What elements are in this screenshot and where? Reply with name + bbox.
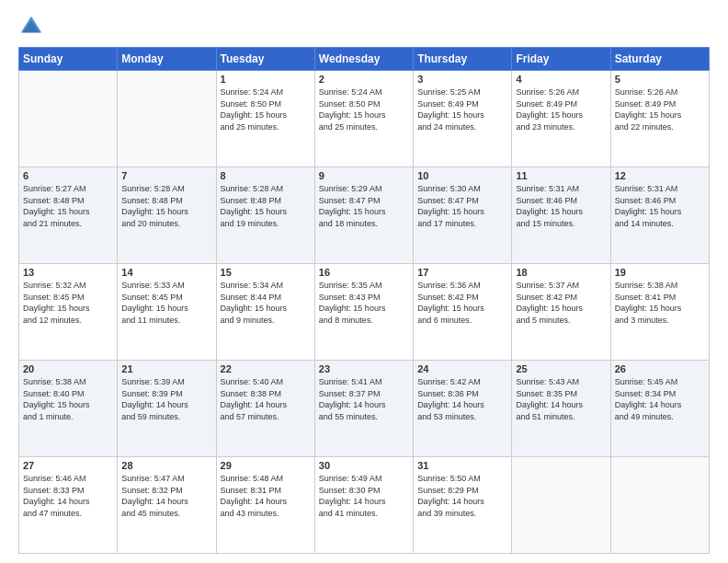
calendar-week-row: 20Sunrise: 5:38 AM Sunset: 8:40 PM Dayli… <box>19 361 710 457</box>
calendar-day-cell: 10Sunrise: 5:30 AM Sunset: 8:47 PM Dayli… <box>414 167 512 264</box>
calendar-day-cell: 28Sunrise: 5:47 AM Sunset: 8:32 PM Dayli… <box>118 457 216 554</box>
calendar-day-cell: 20Sunrise: 5:38 AM Sunset: 8:40 PM Dayli… <box>19 361 118 457</box>
day-info: Sunrise: 5:31 AM Sunset: 8:46 PM Dayligh… <box>516 183 606 229</box>
calendar-day-cell: 8Sunrise: 5:28 AM Sunset: 8:48 PM Daylig… <box>216 167 314 264</box>
day-info: Sunrise: 5:46 AM Sunset: 8:33 PM Dayligh… <box>23 473 113 519</box>
day-number: 13 <box>23 267 113 278</box>
calendar-day-cell <box>512 457 610 554</box>
day-number: 19 <box>615 267 705 278</box>
day-number: 11 <box>516 170 606 181</box>
day-number: 14 <box>121 267 211 278</box>
logo <box>18 14 48 40</box>
day-info: Sunrise: 5:24 AM Sunset: 8:50 PM Dayligh… <box>319 86 409 132</box>
day-info: Sunrise: 5:39 AM Sunset: 8:39 PM Dayligh… <box>121 376 211 422</box>
weekday-header: Sunday <box>19 48 118 71</box>
day-number: 7 <box>121 170 211 181</box>
calendar-day-cell: 19Sunrise: 5:38 AM Sunset: 8:41 PM Dayli… <box>610 264 709 361</box>
day-info: Sunrise: 5:45 AM Sunset: 8:34 PM Dayligh… <box>615 376 705 422</box>
day-number: 27 <box>23 460 113 471</box>
day-number: 17 <box>417 267 507 278</box>
day-info: Sunrise: 5:25 AM Sunset: 8:49 PM Dayligh… <box>417 86 507 132</box>
calendar-day-cell: 29Sunrise: 5:48 AM Sunset: 8:31 PM Dayli… <box>216 457 314 554</box>
day-number: 22 <box>221 363 311 374</box>
day-info: Sunrise: 5:28 AM Sunset: 8:48 PM Dayligh… <box>121 183 211 229</box>
day-info: Sunrise: 5:27 AM Sunset: 8:48 PM Dayligh… <box>23 183 113 229</box>
day-info: Sunrise: 5:31 AM Sunset: 8:46 PM Dayligh… <box>615 183 705 229</box>
day-info: Sunrise: 5:50 AM Sunset: 8:29 PM Dayligh… <box>417 473 507 519</box>
day-info: Sunrise: 5:48 AM Sunset: 8:31 PM Dayligh… <box>221 473 311 519</box>
calendar-day-cell: 7Sunrise: 5:28 AM Sunset: 8:48 PM Daylig… <box>118 167 216 264</box>
calendar-day-cell: 26Sunrise: 5:45 AM Sunset: 8:34 PM Dayli… <box>610 361 709 457</box>
calendar-day-cell: 13Sunrise: 5:32 AM Sunset: 8:45 PM Dayli… <box>19 264 118 361</box>
header <box>18 14 710 40</box>
calendar-day-cell: 6Sunrise: 5:27 AM Sunset: 8:48 PM Daylig… <box>19 167 118 264</box>
day-number: 24 <box>417 363 507 374</box>
day-info: Sunrise: 5:36 AM Sunset: 8:42 PM Dayligh… <box>417 280 507 326</box>
day-number: 20 <box>23 363 113 374</box>
day-number: 30 <box>319 460 409 471</box>
calendar-day-cell: 3Sunrise: 5:25 AM Sunset: 8:49 PM Daylig… <box>414 71 512 167</box>
day-info: Sunrise: 5:34 AM Sunset: 8:44 PM Dayligh… <box>221 280 311 326</box>
day-number: 25 <box>516 363 606 374</box>
calendar-day-cell: 16Sunrise: 5:35 AM Sunset: 8:43 PM Dayli… <box>314 264 413 361</box>
calendar-day-cell: 17Sunrise: 5:36 AM Sunset: 8:42 PM Dayli… <box>414 264 512 361</box>
day-info: Sunrise: 5:47 AM Sunset: 8:32 PM Dayligh… <box>121 473 211 519</box>
calendar-week-row: 1Sunrise: 5:24 AM Sunset: 8:50 PM Daylig… <box>19 71 710 167</box>
calendar-day-cell: 15Sunrise: 5:34 AM Sunset: 8:44 PM Dayli… <box>216 264 314 361</box>
weekday-header: Saturday <box>610 48 709 71</box>
day-number: 6 <box>23 170 113 181</box>
day-number: 18 <box>516 267 606 278</box>
day-info: Sunrise: 5:24 AM Sunset: 8:50 PM Dayligh… <box>221 86 311 132</box>
calendar-day-cell: 4Sunrise: 5:26 AM Sunset: 8:49 PM Daylig… <box>512 71 610 167</box>
calendar-day-cell: 21Sunrise: 5:39 AM Sunset: 8:39 PM Dayli… <box>118 361 216 457</box>
day-info: Sunrise: 5:38 AM Sunset: 8:41 PM Dayligh… <box>615 280 705 326</box>
day-info: Sunrise: 5:41 AM Sunset: 8:37 PM Dayligh… <box>319 376 409 422</box>
calendar-day-cell: 31Sunrise: 5:50 AM Sunset: 8:29 PM Dayli… <box>414 457 512 554</box>
weekday-header: Friday <box>512 48 610 71</box>
day-info: Sunrise: 5:37 AM Sunset: 8:42 PM Dayligh… <box>516 280 606 326</box>
day-info: Sunrise: 5:29 AM Sunset: 8:47 PM Dayligh… <box>319 183 409 229</box>
calendar-day-cell <box>610 457 709 554</box>
day-info: Sunrise: 5:40 AM Sunset: 8:38 PM Dayligh… <box>221 376 311 422</box>
day-number: 3 <box>417 74 507 85</box>
day-number: 12 <box>615 170 705 181</box>
calendar-day-cell: 12Sunrise: 5:31 AM Sunset: 8:46 PM Dayli… <box>610 167 709 264</box>
calendar-day-cell <box>19 71 118 167</box>
day-number: 23 <box>319 363 409 374</box>
day-number: 10 <box>417 170 507 181</box>
day-info: Sunrise: 5:35 AM Sunset: 8:43 PM Dayligh… <box>319 280 409 326</box>
day-number: 29 <box>221 460 311 471</box>
day-number: 4 <box>516 74 606 85</box>
calendar-day-cell: 9Sunrise: 5:29 AM Sunset: 8:47 PM Daylig… <box>314 167 413 264</box>
calendar-day-cell: 24Sunrise: 5:42 AM Sunset: 8:36 PM Dayli… <box>414 361 512 457</box>
calendar-week-row: 27Sunrise: 5:46 AM Sunset: 8:33 PM Dayli… <box>19 457 710 554</box>
day-number: 15 <box>221 267 311 278</box>
logo-icon <box>18 14 44 40</box>
calendar-day-cell: 18Sunrise: 5:37 AM Sunset: 8:42 PM Dayli… <box>512 264 610 361</box>
page: SundayMondayTuesdayWednesdayThursdayFrid… <box>0 0 728 563</box>
day-number: 16 <box>319 267 409 278</box>
day-number: 31 <box>417 460 507 471</box>
day-info: Sunrise: 5:26 AM Sunset: 8:49 PM Dayligh… <box>516 86 606 132</box>
day-info: Sunrise: 5:38 AM Sunset: 8:40 PM Dayligh… <box>23 376 113 422</box>
weekday-header: Wednesday <box>314 48 413 71</box>
day-number: 2 <box>319 74 409 85</box>
calendar-day-cell: 2Sunrise: 5:24 AM Sunset: 8:50 PM Daylig… <box>314 71 413 167</box>
day-number: 1 <box>221 74 311 85</box>
calendar-day-cell: 11Sunrise: 5:31 AM Sunset: 8:46 PM Dayli… <box>512 167 610 264</box>
day-info: Sunrise: 5:42 AM Sunset: 8:36 PM Dayligh… <box>417 376 507 422</box>
calendar-table: SundayMondayTuesdayWednesdayThursdayFrid… <box>18 47 710 554</box>
day-info: Sunrise: 5:43 AM Sunset: 8:35 PM Dayligh… <box>516 376 606 422</box>
calendar-day-cell: 30Sunrise: 5:49 AM Sunset: 8:30 PM Dayli… <box>314 457 413 554</box>
calendar-day-cell: 25Sunrise: 5:43 AM Sunset: 8:35 PM Dayli… <box>512 361 610 457</box>
day-info: Sunrise: 5:32 AM Sunset: 8:45 PM Dayligh… <box>23 280 113 326</box>
day-number: 28 <box>121 460 211 471</box>
calendar-day-cell: 27Sunrise: 5:46 AM Sunset: 8:33 PM Dayli… <box>19 457 118 554</box>
weekday-header: Tuesday <box>216 48 314 71</box>
calendar-day-cell <box>118 71 216 167</box>
day-number: 26 <box>615 363 705 374</box>
day-info: Sunrise: 5:28 AM Sunset: 8:48 PM Dayligh… <box>221 183 311 229</box>
day-number: 8 <box>221 170 311 181</box>
calendar-day-cell: 22Sunrise: 5:40 AM Sunset: 8:38 PM Dayli… <box>216 361 314 457</box>
day-info: Sunrise: 5:49 AM Sunset: 8:30 PM Dayligh… <box>319 473 409 519</box>
